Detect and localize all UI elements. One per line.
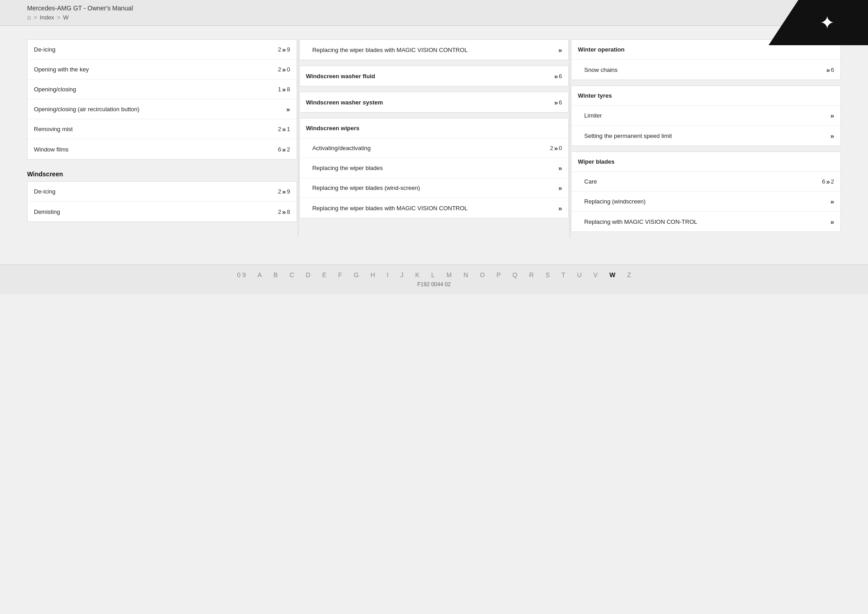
entry-page: 2»0 [550, 144, 562, 152]
entry-replacing-windscreen[interactable]: Replacing (windscreen) » [571, 192, 840, 212]
entry-text: Replacing the wiper blades with MAGIC VI… [312, 205, 558, 212]
entry-page: » [558, 184, 562, 192]
alpha-Z[interactable]: Z [627, 271, 631, 279]
breadcrumb-sep-2: > [57, 14, 61, 21]
entry-opening-key[interactable]: Opening with the key 2»0 [28, 60, 297, 80]
entry-text: Replacing the wiper blades with MAGIC VI… [312, 47, 558, 53]
entry-page: » [830, 218, 834, 226]
col2-group4: Windscreen wipers Activating/deactivatin… [299, 118, 569, 218]
entry-text: Setting the permanent speed limit [584, 132, 830, 139]
alpha-G[interactable]: G [354, 271, 359, 279]
manual-title: Mercedes-AMG GT - Owner's Manual [27, 5, 133, 12]
col2-group2: Windscreen washer fluid »6 [299, 66, 569, 86]
mercedes-star-icon: ✦ [820, 12, 835, 33]
entry-windscreen-washer-system[interactable]: Windscreen washer system »6 [300, 92, 569, 112]
col1-group1: De-icing 2»9 Opening with the key 2»0 Op… [27, 39, 297, 160]
alpha-I[interactable]: I [387, 271, 389, 279]
entry-text: Care [584, 178, 822, 185]
entry-activating-deactivating[interactable]: Activating/deactivating 2»0 [300, 138, 569, 158]
entry-text: Wiper blades [578, 158, 834, 165]
footer-code: F192 0044 02 [417, 281, 451, 288]
entry-page: » [830, 198, 834, 205]
entry-text: Snow chains [584, 66, 826, 73]
alpha-L[interactable]: L [431, 271, 435, 279]
home-icon[interactable]: ⌂ [27, 14, 31, 21]
mercedes-logo-area: ✦ [769, 0, 868, 45]
entry-text: Opening with the key [34, 66, 278, 73]
entry-page: »6 [554, 72, 562, 80]
entry-text: Windscreen washer system [306, 99, 554, 106]
alpha-N[interactable]: N [463, 271, 468, 279]
entry-page: » [558, 204, 562, 212]
column-3: Winter operation Snow chains »6 Winter t… [571, 39, 841, 237]
entry-page: 6»2 [278, 146, 290, 153]
entry-text: Opening/closing [34, 86, 278, 93]
entry-opening-closing-air[interactable]: Opening/closing (air recirculation butto… [28, 99, 297, 119]
breadcrumb-sep-1: > [33, 14, 37, 21]
alpha-M[interactable]: M [447, 271, 452, 279]
col3-group2: Winter tyres Limiter » Setting the perma… [571, 85, 841, 146]
alpha-E[interactable]: E [322, 271, 326, 279]
entry-limiter[interactable]: Limiter » [571, 106, 840, 126]
entry-replacing-wiper-blades-windscreen[interactable]: Replacing the wiper blades (wind-screen)… [300, 178, 569, 198]
alpha-U[interactable]: U [577, 271, 582, 279]
entry-setting-permanent-speed[interactable]: Setting the permanent speed limit » [571, 126, 840, 146]
entry-text: Demisting [34, 208, 278, 215]
alpha-09[interactable]: 0 9 [237, 271, 245, 279]
entry-page: 2»9 [278, 46, 290, 53]
alpha-R[interactable]: R [529, 271, 534, 279]
entry-text: De-icing [34, 188, 278, 195]
entry-text: Windscreen wipers [306, 125, 562, 132]
entry-replacing-mvc-top[interactable]: Replacing the wiper blades with MAGIC VI… [300, 40, 569, 60]
alpha-D[interactable]: D [306, 271, 311, 279]
entry-windscreen-washer-fluid[interactable]: Windscreen washer fluid »6 [300, 66, 569, 86]
entry-window-films[interactable]: Window films 6»2 [28, 139, 297, 159]
entry-text: De-icing [34, 46, 278, 53]
entry-page: 2»8 [278, 208, 290, 216]
alpha-C[interactable]: C [289, 271, 294, 279]
entry-de-icing-2[interactable]: De-icing 2»9 [28, 182, 297, 202]
breadcrumb-current: W [63, 14, 68, 21]
entry-text: Replacing with MAGIC VISION CON-TROL [584, 218, 830, 225]
entry-text: Opening/closing (air recirculation butto… [34, 106, 286, 113]
alpha-T[interactable]: T [561, 271, 566, 279]
alpha-O[interactable]: O [480, 271, 485, 279]
entry-text: Winter operation [578, 46, 834, 53]
col1-group2: De-icing 2»9 Demisting 2»8 [27, 181, 297, 222]
alpha-H[interactable]: H [370, 271, 375, 279]
entry-replacing-wiper-blades[interactable]: Replacing the wiper blades » [300, 158, 569, 178]
column-1: De-icing 2»9 Opening with the key 2»0 Op… [27, 39, 297, 227]
page-footer: 0 9 A B C D E F G H I J K L M N O P Q R … [0, 264, 868, 294]
entry-wiper-blades-header: Wiper blades [571, 152, 840, 172]
alpha-F[interactable]: F [338, 271, 342, 279]
column-2: Replacing the wiper blades with MAGIC VI… [299, 39, 569, 224]
entry-care[interactable]: Care 6»2 [571, 172, 840, 192]
entry-opening-closing[interactable]: Opening/closing 1»8 [28, 80, 297, 99]
alpha-B[interactable]: B [274, 271, 278, 279]
alpha-Q[interactable]: Q [513, 271, 518, 279]
entry-page: » [830, 132, 834, 140]
alpha-V[interactable]: V [594, 271, 598, 279]
alpha-A[interactable]: A [258, 271, 262, 279]
entry-snow-chains[interactable]: Snow chains »6 [571, 60, 840, 80]
entry-page: » [830, 112, 834, 119]
entry-de-icing-1[interactable]: De-icing 2»9 [28, 40, 297, 60]
breadcrumb-index[interactable]: Index [40, 14, 54, 21]
entry-replacing-wiper-blades-mvc[interactable]: Replacing the wiper blades with MAGIC VI… [300, 198, 569, 218]
entry-page: »6 [554, 99, 562, 106]
alpha-W[interactable]: W [609, 271, 615, 279]
col-divider-1 [298, 39, 298, 237]
index-columns: De-icing 2»9 Opening with the key 2»0 Op… [27, 39, 841, 237]
entry-removing-mist[interactable]: Removing mist 2»1 [28, 119, 297, 139]
alpha-K[interactable]: K [415, 271, 419, 279]
alpha-P[interactable]: P [496, 271, 500, 279]
entry-demisting[interactable]: Demisting 2»8 [28, 202, 297, 222]
entry-windscreen-wipers: Windscreen wipers [300, 118, 569, 138]
entry-winter-tyres: Winter tyres [571, 86, 840, 106]
header-left: Mercedes-AMG GT - Owner's Manual ⌂ > Ind… [27, 5, 133, 21]
page-header: Mercedes-AMG GT - Owner's Manual ⌂ > Ind… [0, 0, 868, 26]
alpha-S[interactable]: S [546, 271, 550, 279]
alpha-J[interactable]: J [400, 271, 403, 279]
entry-replacing-mvc[interactable]: Replacing with MAGIC VISION CON-TROL » [571, 212, 840, 231]
entry-page: » [286, 105, 290, 113]
